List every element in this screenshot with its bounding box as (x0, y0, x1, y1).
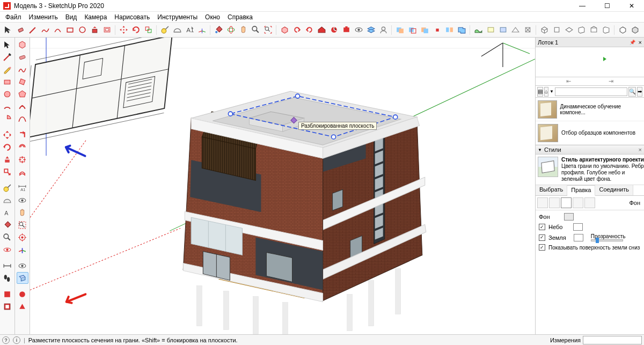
nav-go-icon[interactable]: ➡ (637, 87, 642, 97)
paint-icon[interactable] (2, 219, 13, 231)
maximize-button[interactable]: ☐ (595, 0, 619, 12)
pin-icon[interactable]: 📌 (630, 40, 635, 45)
dimension-icon[interactable] (2, 260, 13, 271)
close-button[interactable]: ✕ (619, 0, 644, 12)
measurements-input[interactable] (583, 336, 642, 344)
offset-tool-icon[interactable] (101, 24, 113, 36)
line-icon[interactable] (2, 51, 13, 63)
menu-view[interactable]: Вид (62, 13, 80, 21)
extension-icon[interactable] (340, 24, 352, 36)
pan-tool-icon[interactable] (237, 24, 249, 36)
style-thumbnail[interactable] (538, 157, 558, 177)
help-icon[interactable]: ? (2, 336, 10, 344)
tray-header[interactable]: Лоток 1 📌 × (536, 38, 644, 47)
move-tool-icon[interactable] (118, 24, 129, 36)
tab-mix[interactable]: Соединить (595, 185, 633, 195)
3d-viewport[interactable]: Разблокированная плоскость (30, 38, 535, 334)
solid-trim-icon[interactable] (419, 24, 430, 36)
undo-icon[interactable] (291, 24, 303, 36)
bezier-icon[interactable] (17, 113, 28, 124)
component-tool-icon[interactable] (279, 24, 290, 36)
component-item[interactable]: Динамическое обучение компоне... (536, 98, 644, 121)
styles-close-icon[interactable]: × (639, 146, 642, 153)
line-tool-icon[interactable] (27, 24, 39, 36)
solid-intersect-icon[interactable] (431, 24, 443, 36)
profile-icon[interactable] (377, 24, 389, 36)
watermark-settings-icon[interactable] (573, 197, 583, 208)
circle-icon[interactable] (2, 88, 13, 100)
nav-details-icon[interactable]: ▤ (537, 87, 543, 97)
menu-draw[interactable]: Нарисовать (111, 13, 153, 21)
sandbox-3-icon[interactable] (497, 24, 509, 36)
background-settings-icon[interactable] (561, 197, 572, 208)
text-icon[interactable]: A (2, 207, 13, 218)
sky-color-swatch[interactable] (573, 223, 583, 231)
layers-icon[interactable] (365, 24, 377, 36)
nav-home-icon[interactable]: ⌂ (544, 87, 548, 97)
pencil-icon[interactable] (2, 63, 13, 75)
protractor-icon[interactable] (2, 194, 13, 206)
tab-edit[interactable]: Правка (567, 185, 595, 196)
eye-icon[interactable] (353, 24, 364, 36)
rect-icon[interactable] (2, 76, 13, 87)
zoomwin-icon[interactable] (17, 219, 28, 231)
tape-icon[interactable] (2, 182, 13, 194)
menu-tools[interactable]: Инструменты (154, 13, 201, 21)
arc-tool-icon[interactable] (52, 24, 63, 36)
view-left-icon[interactable] (600, 24, 612, 36)
followme-icon[interactable] (17, 129, 28, 141)
nav-dropdown-icon[interactable]: ▼ (550, 89, 554, 94)
scroll-left-icon[interactable]: ⇤ (566, 78, 571, 85)
target-icon[interactable] (17, 231, 28, 243)
view-iso-icon[interactable] (538, 24, 550, 36)
scroll-right-icon[interactable]: ⇥ (609, 78, 613, 85)
sandbox-4-icon[interactable] (509, 24, 521, 36)
modeling-settings-icon[interactable] (584, 197, 595, 208)
make-component-icon[interactable] (17, 39, 28, 50)
zoom-tool-icon[interactable] (250, 24, 261, 36)
style-2-icon[interactable] (629, 24, 641, 36)
ground-color-swatch[interactable] (574, 234, 583, 241)
transparency-slider[interactable] (591, 239, 623, 241)
minimize-button[interactable]: — (570, 0, 595, 12)
solid-outer-icon[interactable] (456, 24, 467, 36)
eraser-tool-icon[interactable] (14, 24, 26, 36)
view-right-icon[interactable] (575, 24, 587, 36)
zoom-icon[interactable] (2, 231, 13, 243)
text-tool-icon[interactable]: A1 (184, 24, 195, 36)
eye2-icon[interactable] (17, 194, 28, 206)
freehand-tool-icon[interactable] (39, 24, 51, 36)
redo-icon[interactable] (303, 24, 315, 36)
plugin-3-icon[interactable] (17, 288, 28, 300)
sandbox-5-icon[interactable] (522, 24, 533, 36)
show-ground-checkbox[interactable]: ✓ (539, 244, 545, 251)
view-top-icon[interactable] (551, 24, 562, 36)
plugin-4-icon[interactable] (17, 300, 28, 312)
rotate-icon[interactable] (2, 141, 13, 153)
walk-icon[interactable] (2, 272, 13, 284)
paint-bucket-icon[interactable] (213, 24, 224, 36)
rectangle-tool-icon[interactable] (64, 24, 76, 36)
edge-settings-icon[interactable] (537, 197, 548, 208)
solid-union-icon[interactable] (394, 24, 406, 36)
axes-icon[interactable] (17, 244, 28, 255)
polygon-icon[interactable] (17, 88, 28, 100)
pushpull-icon[interactable] (2, 153, 13, 165)
view-back-icon[interactable] (588, 24, 599, 36)
select-icon[interactable] (2, 39, 13, 50)
preview-scroll[interactable]: ⇤⇥ (536, 77, 644, 86)
protractor-tool-icon[interactable] (171, 24, 183, 36)
circle-tool-icon[interactable] (76, 24, 88, 36)
view-front-icon[interactable] (563, 24, 575, 36)
offset2-icon[interactable] (17, 141, 28, 153)
eraser-icon[interactable] (17, 51, 28, 63)
tray-close-icon[interactable]: × (639, 39, 642, 46)
solid-split-icon[interactable] (443, 24, 455, 36)
collapse-icon[interactable]: ▼ (538, 148, 542, 152)
sandbox-2-icon[interactable] (485, 24, 496, 36)
face-settings-icon[interactable] (549, 197, 560, 208)
menu-help[interactable]: Справка (224, 13, 256, 21)
component-search-input[interactable] (555, 87, 627, 96)
move-icon[interactable] (2, 129, 13, 141)
style-1-icon[interactable] (617, 24, 628, 36)
